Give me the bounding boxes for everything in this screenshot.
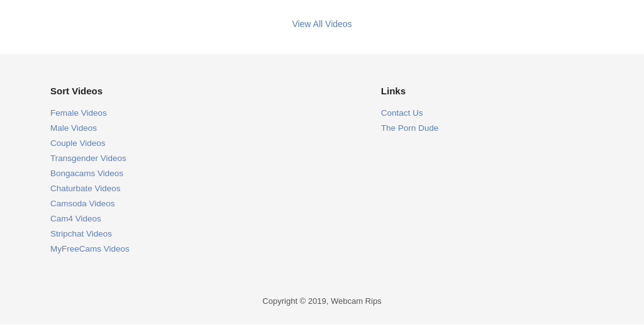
footer-link[interactable]: Contact Us [381,108,423,118]
footer-bottom: Copyright © 2019, Webcam Rips [50,259,594,325]
list-item: Stripchat Videos [50,228,130,238]
list-item: MyFreeCams Videos [50,243,130,254]
sort-video-link[interactable]: Male Videos [50,123,97,133]
footer-link[interactable]: The Porn Dude [381,123,439,133]
list-item: The Porn Dude [381,123,439,133]
sort-video-link[interactable]: Bongacams Videos [50,169,123,178]
list-item: Female Videos [50,108,130,118]
sort-videos-heading: Sort Videos [50,86,130,96]
links-heading: Links [381,86,439,96]
list-item: Couple Videos [50,138,130,148]
links-column: Links Contact UsThe Porn Dude [381,86,439,259]
sort-video-link[interactable]: Cam4 Videos [50,214,101,223]
list-item: Camsoda Videos [50,198,130,208]
sort-video-link[interactable]: Couple Videos [50,138,106,148]
sort-videos-column: Sort Videos Female VideosMale VideosCoup… [50,86,130,259]
sort-video-link[interactable]: Stripchat Videos [50,229,112,238]
list-item: Bongacams Videos [50,168,130,178]
sort-videos-list: Female VideosMale VideosCouple VideosTra… [50,108,130,254]
list-item: Chaturbate Videos [50,183,130,193]
view-all-videos-link[interactable]: View All Videos [292,19,352,29]
footer-section: Sort Videos Female VideosMale VideosCoup… [0,54,644,325]
top-section: View All Videos [0,0,644,54]
list-item: Male Videos [50,123,130,133]
list-item: Transgender Videos [50,153,130,163]
sort-video-link[interactable]: MyFreeCams Videos [50,244,130,254]
links-list: Contact UsThe Porn Dude [381,108,439,133]
sort-video-link[interactable]: Chaturbate Videos [50,184,121,193]
copyright-text: Copyright © 2019, Webcam Rips [262,296,381,306]
footer-columns: Sort Videos Female VideosMale VideosCoup… [50,86,594,259]
list-item: Contact Us [381,108,439,118]
sort-video-link[interactable]: Transgender Videos [50,153,126,163]
sort-video-link[interactable]: Female Videos [50,108,107,118]
sort-video-link[interactable]: Camsoda Videos [50,199,115,208]
list-item: Cam4 Videos [50,213,130,223]
